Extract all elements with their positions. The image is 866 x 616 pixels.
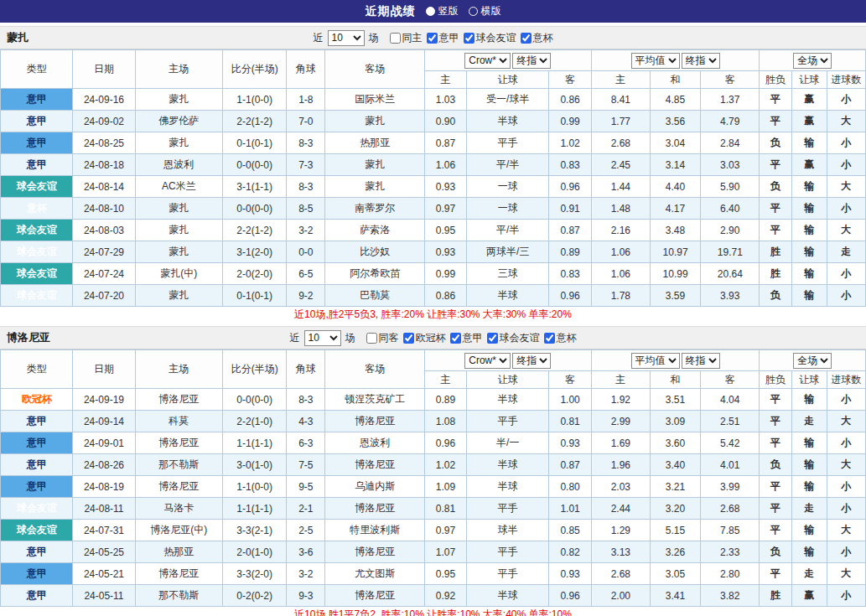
filter-checkbox[interactable] xyxy=(521,33,532,44)
scope-select[interactable]: 全场 xyxy=(793,353,832,369)
filter-checkbox[interactable] xyxy=(390,33,401,44)
filter-label: 同客 xyxy=(379,331,399,345)
home-team[interactable]: 蒙扎 xyxy=(135,220,222,241)
home-team[interactable]: 蒙扎 xyxy=(135,285,222,307)
column-subheader: 客 xyxy=(549,371,591,389)
layout-option-horizontal[interactable]: 横版 xyxy=(469,4,501,18)
home-team[interactable]: 博洛尼亚 xyxy=(135,432,222,454)
avg-time-select[interactable]: 终指 xyxy=(682,353,720,369)
home-team[interactable]: 博洛尼亚 xyxy=(135,389,222,411)
filter-checkbox[interactable] xyxy=(544,333,555,344)
handicap-line: 两球半/三 xyxy=(467,241,549,263)
scope-select[interactable]: 全场 xyxy=(793,53,832,69)
home-team[interactable]: 马洛卡 xyxy=(135,498,222,520)
home-team[interactable]: 热那亚 xyxy=(135,541,222,563)
odds-company-select[interactable]: Crow* xyxy=(464,353,511,369)
avg-odds-value: 3.60 xyxy=(650,432,700,454)
avg-odds-value: 2.80 xyxy=(701,563,760,585)
home-team[interactable]: 蒙扎 xyxy=(135,241,222,263)
avg-source-select[interactable]: 平均值 xyxy=(631,53,680,69)
avg-time-select[interactable]: 终指 xyxy=(682,53,720,69)
away-team[interactable]: 蒙扎 xyxy=(325,176,424,198)
filter-1[interactable]: 欧冠杯 xyxy=(403,331,446,345)
avg-odds-value: 3.05 xyxy=(650,563,700,585)
away-team[interactable]: 顿涅茨克矿工 xyxy=(325,389,424,411)
match-score: 0-1(0-1) xyxy=(223,132,287,154)
away-team[interactable]: 特里波利斯 xyxy=(325,520,424,541)
odds-time-select[interactable]: 终指 xyxy=(512,53,551,69)
match-count-select[interactable]: 10 xyxy=(328,30,365,46)
odds-value: 0.86 xyxy=(424,285,466,307)
sections: 蒙扎近10场同主意甲球会友谊意杯类型日期主场比分(半场)角球客场Crow*终指平… xyxy=(0,26,866,616)
filter-3[interactable]: 球会友谊 xyxy=(487,331,540,345)
match-type: 意甲 xyxy=(1,111,73,132)
filter-label: 意甲 xyxy=(463,331,483,345)
away-team[interactable]: 巴勒莫 xyxy=(325,285,424,307)
home-team[interactable]: 那不勒斯 xyxy=(135,454,222,476)
match-row: 意杯24-08-10蒙扎0-0(0-0)8-5南蒂罗尔0.97一球0.911.4… xyxy=(1,198,866,220)
odds-time-select[interactable]: 终指 xyxy=(512,353,551,369)
corner-score: 1-8 xyxy=(287,89,325,111)
away-team[interactable]: 博洛尼亚 xyxy=(325,585,424,607)
filter-0[interactable]: 同客 xyxy=(366,331,399,345)
filter-checkbox[interactable] xyxy=(464,33,474,44)
layout-option-vertical[interactable]: 竖版 xyxy=(426,4,459,18)
filter-0[interactable]: 同主 xyxy=(390,31,423,45)
away-team[interactable]: 乌迪内斯 xyxy=(325,476,424,498)
away-team[interactable]: 萨索洛 xyxy=(325,220,424,241)
match-date: 24-07-31 xyxy=(73,520,135,541)
filter-4[interactable]: 意杯 xyxy=(544,331,577,345)
home-team[interactable]: 恩波利 xyxy=(135,154,222,176)
away-team[interactable]: 蒙扎 xyxy=(325,154,424,176)
match-score: 2-2(1-0) xyxy=(223,411,287,432)
home-team[interactable]: 佛罗伦萨 xyxy=(135,111,222,132)
avg-odds-value: 4.85 xyxy=(650,89,700,111)
away-team[interactable]: 阿尔希欧苗 xyxy=(325,263,424,285)
home-team[interactable]: 蒙扎 xyxy=(135,89,222,111)
home-team[interactable]: 蒙扎 xyxy=(135,198,222,220)
filter-label: 同主 xyxy=(402,31,423,45)
away-team[interactable]: 尤文图斯 xyxy=(325,563,424,585)
filter-2[interactable]: 球会友谊 xyxy=(464,31,516,45)
filter-2[interactable]: 意甲 xyxy=(450,331,483,345)
home-team[interactable]: 那不勒斯 xyxy=(135,585,222,607)
column-subheader: 客 xyxy=(701,371,760,389)
filter-checkbox[interactable] xyxy=(487,333,498,344)
home-team[interactable]: AC米兰 xyxy=(135,176,222,198)
away-team[interactable]: 博洛尼亚 xyxy=(325,411,424,432)
avg-odds-value: 3.93 xyxy=(701,285,760,307)
away-team[interactable]: 博洛尼亚 xyxy=(325,541,424,563)
away-team[interactable]: 国际米兰 xyxy=(325,89,424,111)
filter-1[interactable]: 意甲 xyxy=(427,31,459,45)
home-team[interactable]: 蒙扎 xyxy=(135,132,222,154)
away-team[interactable]: 热那亚 xyxy=(325,132,424,154)
filter-checkbox[interactable] xyxy=(366,333,377,344)
away-team[interactable]: 博洛尼亚 xyxy=(325,498,424,520)
match-count-select[interactable]: 10 xyxy=(304,330,341,346)
home-team[interactable]: 科莫 xyxy=(135,411,222,432)
odds-select-header: Crow*终指 xyxy=(424,350,591,371)
goals-outcome: 小 xyxy=(827,285,865,307)
filter-checkbox[interactable] xyxy=(403,333,414,344)
avg-odds-value: 3.03 xyxy=(701,154,760,176)
odds-value: 0.99 xyxy=(424,263,466,285)
match-score: 1-1(1-1) xyxy=(223,498,287,520)
away-team[interactable]: 博洛尼亚 xyxy=(325,454,424,476)
odds-company-select[interactable]: Crow* xyxy=(464,53,511,69)
home-team[interactable]: 博洛尼亚(中) xyxy=(135,520,222,541)
away-team[interactable]: 南蒂罗尔 xyxy=(325,198,424,220)
match-date: 24-09-14 xyxy=(73,411,135,432)
home-team[interactable]: 博洛尼亚 xyxy=(135,476,222,498)
home-team[interactable]: 博洛尼亚 xyxy=(135,563,222,585)
filter-checkbox[interactable] xyxy=(427,33,438,44)
handicap-line: 半球 xyxy=(467,285,549,307)
corner-score: 8-3 xyxy=(287,176,325,198)
away-team[interactable]: 恩波利 xyxy=(325,432,424,454)
filter-3[interactable]: 意杯 xyxy=(521,31,553,45)
filter-checkbox[interactable] xyxy=(450,333,461,344)
away-team[interactable]: 蒙扎 xyxy=(325,111,424,132)
home-team[interactable]: 蒙扎(中) xyxy=(135,263,222,285)
avg-source-select[interactable]: 平均值 xyxy=(631,353,680,369)
avg-odds-value: 2.03 xyxy=(591,476,650,498)
away-team[interactable]: 比沙奴 xyxy=(325,241,424,263)
